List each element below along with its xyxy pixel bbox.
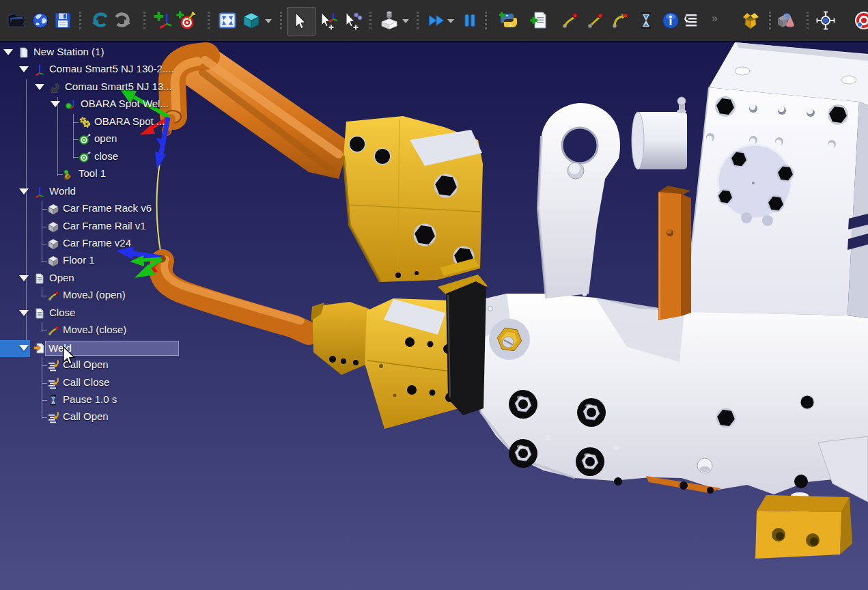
tree-item-pause-1-0-s[interactable]: Pause 1.0 s — [0, 392, 198, 409]
toolbar-separator — [807, 12, 809, 29]
online-library-icon[interactable] — [30, 10, 51, 31]
station-reference-icon[interactable] — [815, 10, 836, 31]
add-reference-frame-icon[interactable] — [153, 10, 173, 31]
tree-item-car-frame-rail-v1[interactable]: Car Frame Rail v1 — [0, 219, 198, 236]
add-program-icon[interactable] — [529, 10, 550, 31]
tree-item-floor-1[interactable]: Floor 1 — [0, 253, 198, 270]
expander-triangle-icon[interactable] — [51, 101, 60, 107]
pause-icon — [47, 394, 59, 406]
select-cursor-icon[interactable] — [289, 10, 309, 31]
tcp-icon — [65, 98, 77, 111]
dropdown-caret-icon[interactable] — [402, 19, 409, 23]
expander-triangle-icon[interactable] — [19, 66, 29, 72]
tree-guide-stub — [57, 174, 63, 175]
movej-icon — [47, 290, 59, 302]
tree-item-world[interactable]: World — [0, 184, 198, 201]
tree-item-movej-close[interactable]: MoveJ (close) — [0, 322, 198, 339]
tree-item-tool-1[interactable]: Tool 1 — [0, 166, 198, 183]
tree-item-obara-spot-wel[interactable]: OBARA Spot Wel... — [0, 96, 198, 113]
movel-instruction-icon[interactable] — [585, 10, 606, 31]
tree-item-label: Car Frame Rail v1 — [63, 220, 146, 231]
tree-guide-stub — [42, 261, 47, 262]
tree-guide-stub — [42, 383, 47, 384]
tree-item-car-frame-rack-v6[interactable]: Car Frame Rack v6 — [0, 201, 198, 218]
movej-instruction-icon[interactable] — [560, 10, 580, 31]
tree-item-label: Call Close — [63, 376, 109, 388]
tree-guide-stub — [73, 139, 79, 140]
call-icon — [47, 377, 59, 389]
fit-to-view-icon[interactable] — [217, 10, 238, 31]
show-message-instruction-icon[interactable] — [660, 10, 681, 31]
tree-guide-stub — [42, 296, 47, 296]
undo-icon[interactable] — [90, 10, 111, 31]
add-python-program-icon[interactable] — [499, 10, 519, 31]
call-icon — [47, 359, 59, 371]
tree-item-label: Open — [49, 272, 74, 283]
cube-icon — [47, 238, 59, 250]
gun-actuator-box — [684, 42, 868, 318]
tree-item-label: World — [49, 185, 76, 197]
open-project-icon[interactable] — [6, 10, 27, 31]
cube-icon — [47, 203, 59, 215]
tree-guide-stub — [73, 157, 79, 158]
pause-instruction-icon[interactable] — [636, 10, 656, 31]
toolbar-separator — [369, 12, 372, 29]
pivot-bolt — [489, 319, 530, 360]
movec-instruction-icon[interactable] — [610, 10, 630, 31]
tree-item-comau-smart5-nj-13[interactable]: Comau Smart5 NJ 13... — [0, 79, 198, 96]
redo-icon[interactable] — [112, 10, 132, 31]
tree-item-open[interactable]: Open — [0, 270, 198, 287]
tree-item-new-station-1[interactable]: New Station (1) — [0, 44, 198, 61]
tree-guide-stub — [42, 209, 47, 210]
tree-item-label: Tool 1 — [79, 167, 106, 179]
move-joint-cursor-icon[interactable] — [342, 10, 363, 31]
isometric-view-icon[interactable] — [241, 10, 262, 31]
target-icon — [79, 151, 91, 163]
tree-guide-stub — [42, 365, 47, 366]
tree-item-label: MoveJ (close) — [63, 324, 126, 335]
tool-icon — [63, 168, 75, 180]
add-target-icon[interactable] — [176, 10, 196, 31]
tree-item-comau-smart5-nj-130-2[interactable]: Comau Smart5 NJ 130-2.... — [0, 61, 198, 79]
run-simulation-fast-icon[interactable] — [427, 10, 447, 31]
program-icon — [33, 307, 46, 320]
instruction-list-icon[interactable] — [682, 10, 702, 31]
tree-guide-stub — [42, 417, 47, 418]
tree-item-movej-open[interactable]: MoveJ (open) — [0, 287, 198, 305]
program-icon — [33, 272, 46, 285]
tree-item-car-frame-v24[interactable]: Car Frame v24 — [0, 236, 198, 253]
pause-simulation-icon[interactable] — [460, 10, 480, 31]
expander-triangle-icon[interactable] — [19, 188, 29, 195]
move-reference-cursor-icon[interactable] — [318, 10, 338, 31]
expander-triangle-icon[interactable] — [19, 310, 29, 316]
tree-item-call-open[interactable]: Call Open — [0, 409, 198, 426]
toolbar-separator — [485, 12, 487, 29]
tree-item-call-open[interactable]: Call Open — [0, 357, 198, 374]
collision-shapes-icon[interactable] — [775, 10, 796, 31]
tree-item-label: OBARA Spot Wel... — [81, 98, 169, 109]
tree-item-obara-spot[interactable]: OBARA Spot ... — [0, 114, 198, 131]
expander-triangle-icon[interactable] — [19, 275, 29, 281]
tree-item-close[interactable]: close — [0, 149, 198, 166]
tree-item-close[interactable]: Close — [0, 305, 198, 322]
tree-item-call-close[interactable]: Call Close — [0, 375, 198, 392]
tree-item-weld[interactable]: Weld — [0, 340, 198, 357]
dropdown-caret-icon[interactable] — [447, 19, 454, 23]
toolbar-overflow-chevron[interactable]: » — [712, 12, 718, 25]
dropdown-caret-icon[interactable] — [265, 19, 272, 23]
save-station-icon[interactable] — [53, 10, 73, 31]
collision-map-icon[interactable] — [740, 10, 761, 31]
rename-edit-field[interactable]: Weld — [45, 341, 179, 356]
record-target-icon[interactable] — [854, 10, 868, 31]
expander-triangle-icon[interactable] — [19, 345, 29, 351]
main-toolbar: » — [0, 0, 868, 42]
expander-triangle-icon[interactable] — [35, 84, 44, 90]
toolbar-separator — [417, 12, 419, 29]
tree-item-label: OBARA Spot ... — [94, 115, 165, 127]
toolbar-separator — [143, 12, 145, 29]
tree-item-open[interactable]: open — [0, 131, 198, 148]
tree-item-label: New Station (1) — [33, 46, 104, 57]
display-style-icon[interactable] — [379, 10, 400, 31]
expander-triangle-icon[interactable] — [3, 49, 13, 55]
program-run-icon — [33, 342, 46, 354]
